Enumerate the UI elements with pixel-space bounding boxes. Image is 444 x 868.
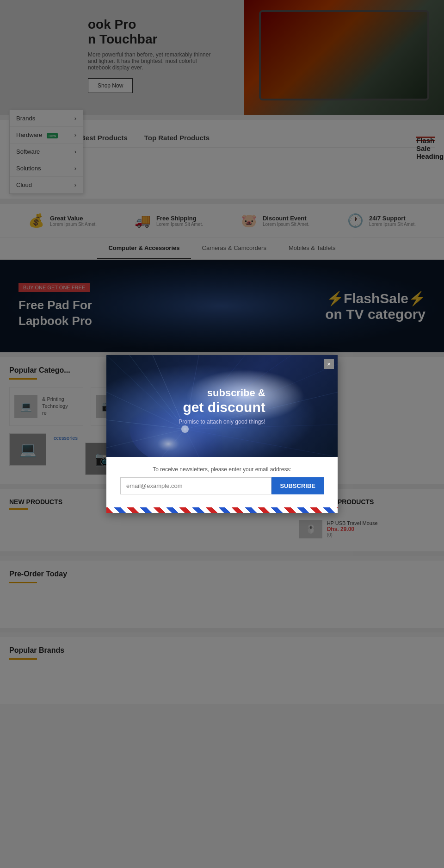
popup-mail-strip (106, 507, 338, 513)
popup-overlay: subscribe & get discount Promise to atta… (0, 0, 444, 704)
popup-subheading: Promise to attach only good things! (179, 418, 265, 425)
popup-text-area: subscribe & get discount Promise to atta… (169, 378, 274, 434)
popup-subscribe-button[interactable]: SUBSCRIBE (271, 477, 324, 494)
popup-heading-strong: get discount (179, 399, 265, 416)
subscribe-popup: subscribe & get discount Promise to atta… (106, 355, 338, 513)
popup-email-input[interactable] (120, 477, 271, 494)
popup-heading: subscribe & get discount (179, 387, 265, 416)
popup-bottom: To receive newsletters, please enter you… (106, 457, 338, 501)
popup-email-label: To receive newsletters, please enter you… (120, 466, 324, 473)
popup-top: subscribe & get discount Promise to atta… (106, 355, 338, 457)
popup-form: SUBSCRIBE (120, 477, 324, 494)
popup-close-button[interactable]: × (324, 359, 334, 369)
